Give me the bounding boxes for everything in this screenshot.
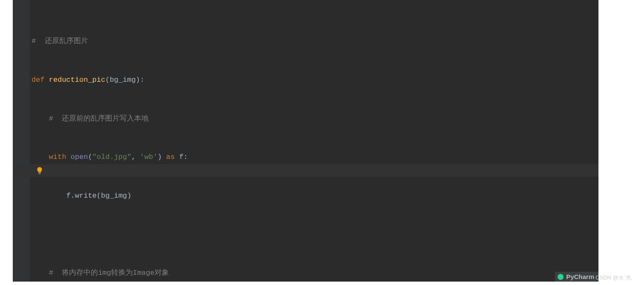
code-editor[interactable]: # 还原乱序图片 def reduction_pic(bg_img): # 还原… (13, 0, 598, 282)
code-content[interactable]: # 还原乱序图片 def reduction_pic(bg_img): # 还原… (31, 9, 598, 285)
params: (bg_img): (105, 74, 144, 86)
string: 'wb' (140, 151, 157, 164)
comment: # 还原前的乱序图片写入本地 (49, 112, 149, 125)
string: "old.jpg" (92, 151, 132, 164)
csdn-watermark: CSDN @火`光 (595, 274, 631, 282)
keyword-def: def (31, 74, 45, 86)
function-name: reduction_pic (49, 74, 106, 86)
comment: # 还原乱序图片 (31, 35, 88, 48)
pycharm-dot-icon (558, 274, 564, 280)
pycharm-label: PyCharm (566, 273, 594, 280)
keyword-as: as (166, 151, 175, 164)
comment: # 将内存中的img转换为Image对象 (49, 267, 169, 279)
keyword-with: with (49, 151, 66, 164)
builtin-open: open (71, 151, 88, 164)
editor-gutter[interactable] (13, 0, 30, 282)
pycharm-badge[interactable]: PyCharm (555, 272, 598, 282)
code-text: f.write(bg_img) (66, 190, 132, 202)
